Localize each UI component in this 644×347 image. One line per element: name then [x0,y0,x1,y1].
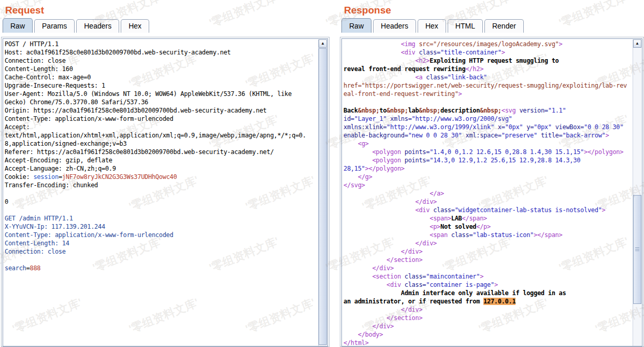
code-segment: = [26,265,30,272]
code-segment: class= [451,231,473,239]
code-line: </section> [344,256,632,264]
scroll-up-icon[interactable]: ▲ [633,39,641,48]
response-tabs: RawHeadersHexHTMLRender [340,17,644,32]
request-tab-raw[interactable]: Raw [3,18,33,33]
code-line: X-YYuVCN-Ip: 117.139.201.244 [5,223,318,231]
code-segment: enable-background= [344,132,408,139]
code-segment [344,248,401,255]
request-tab-hex[interactable]: Hex [121,19,149,33]
code-line [5,189,318,198]
response-tab-hex[interactable]: Hex [418,19,446,33]
code-line: </div> [344,306,632,314]
request-editor[interactable]: POST / HTTP/1.1Host: ac0a1f961f258c0e801… [3,38,328,346]
code-segment: Origin: https://ac0a1f961f258c0e801d3b02… [5,107,267,114]
code-segment [344,314,387,322]
code-segment: > [494,281,498,288]
code-segment [344,323,372,330]
response-tab-render[interactable]: Render [484,19,524,33]
code-segment: <p> [430,223,440,230]
response-tab-headers[interactable]: Headers [373,19,416,33]
code-line: enable-background="new 0 0 28 30" xml:sp… [344,131,632,140]
code-segment: </g> [358,173,373,181]
code-segment [344,306,401,313]
code-segment: Not solved [440,223,476,230]
code-line: Accept-Encoding: gzip, deflate [5,156,318,164]
request-tab-headers[interactable]: Headers [76,19,119,33]
code-line: <polygon points="1.4,0 0,1.2 12.6,15 0,2… [344,148,632,156]
code-segment: xmlns= [390,115,412,122]
code-segment: "http://www.w3.org/1999/xlink" [387,123,498,131]
request-scrollbar-thumb[interactable] [319,48,327,345]
code-segment: id= [344,115,354,122]
request-panel: Request RawParamsHeadersHex POST / HTTP/… [1,0,330,347]
response-editor-outer: <img src="/resources/images/logoAcademy.… [340,37,644,347]
code-segment: search [5,265,26,272]
request-code[interactable]: POST / HTTP/1.1Host: ac0a1f961f258c0e801… [5,40,318,346]
code-segment: xmlns:xlink= [344,123,387,131]
code-segment: &nbsp; [419,107,440,114]
code-segment: Accept-Language: zh-CN,zh;q=0.9 [5,165,116,172]
code-segment: </div> [416,240,437,247]
code-segment: <img [401,40,419,48]
code-segment: class= [405,273,426,280]
code-segment: "container is-page" [426,281,494,288]
code-segment: X-YYuVCN-Ip: 117.139.201.244 [5,223,105,230]
code-line: <a class="link-back" [344,73,632,81]
code-segment: > [502,49,505,56]
code-segment [344,74,416,81]
response-tab-html[interactable]: HTML [448,19,483,33]
code-segment: </svg> [344,182,365,189]
response-scrollbar[interactable]: ▲ [633,39,641,346]
code-segment: eal-front-end-request-rewriting" [344,90,459,98]
code-line: href="https://portswigger.net/web-securi… [344,81,632,90]
code-segment: an administrator, or if requested from [344,298,483,305]
code-segment: <div [401,49,419,56]
code-line: </div> [344,322,632,330]
response-panel-title: Response [340,0,644,17]
code-line: </html> [344,339,632,346]
code-segment: &nbsp; [480,107,502,114]
code-segment [344,190,430,197]
code-segment: "widgetcontainer-lab-status is-notsolved… [455,206,602,214]
response-code[interactable]: <img src="/resources/images/logoAcademy.… [344,40,632,346]
code-segment: lab [408,107,419,114]
code-segment [344,231,430,239]
response-scrollbar-thumb[interactable] [633,195,641,304]
code-segment: <div [387,281,405,288]
response-editor[interactable]: <img src="/resources/images/logoAcademy.… [341,38,642,346]
code-line: <div class="title-container"> [344,48,632,57]
code-segment: "link-back" [448,74,487,81]
code-segment [344,223,430,230]
response-tab-raw[interactable]: Raw [341,18,371,33]
code-segment: href="https://portswigger.net/web-securi… [344,82,627,89]
code-segment: <polygon [372,157,404,164]
code-segment: > [606,132,609,139]
scroll-up-icon[interactable]: ▲ [319,39,327,48]
code-line: 28,15"></polygon> [344,164,632,173]
code-segment: Transfer-Encoding: chunked [5,182,98,189]
code-segment: Accept-Encoding: gzip, deflate [5,157,112,164]
request-scrollbar[interactable]: ▲ [318,39,327,346]
code-line: GET /admin HTTP/1.1 [5,214,318,223]
scrollbar-grip-icon [635,247,639,252]
code-segment [344,173,358,181]
request-tab-params[interactable]: Params [34,19,75,33]
code-segment: 0 [5,198,8,205]
code-line: <div class="container is-page"> [344,281,632,289]
code-line: an administrator, or if requested from 1… [344,297,632,306]
code-segment [344,289,401,297]
code-line: </a> [344,189,632,198]
code-line: Accept: [5,123,318,131]
code-segment: > [602,206,606,214]
code-segment: class= [426,74,448,81]
code-line: Gecko) Chrome/75.0.3770.80 Safari/537.36 [5,98,318,106]
code-segment: Accept: [5,123,30,131]
code-segment: y= [526,123,534,131]
code-segment: Referer: https://ac0a1f961f258c0e801d3b0… [5,148,274,156]
code-segment: Content-Type: application/x-www-form-url… [5,115,173,122]
code-segment: Content-Length: 160 [5,65,73,73]
code-line: Transfer-Encoding: chunked [5,181,318,189]
code-line [344,98,632,106]
code-line: </div> [344,198,632,206]
code-segment: viewBox= [555,123,584,131]
